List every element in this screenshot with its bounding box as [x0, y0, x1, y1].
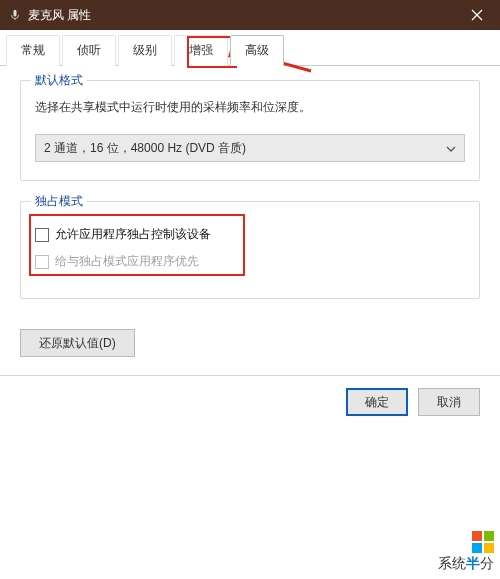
tab-levels[interactable]: 级别: [118, 35, 172, 66]
tab-advanced[interactable]: 高级: [230, 35, 284, 66]
tab-listen[interactable]: 侦听: [62, 35, 116, 66]
footer-separator: [0, 375, 500, 376]
dialog-footer: 确定 取消: [0, 388, 500, 416]
windows-logo-icon: [472, 531, 494, 553]
group-default-format: 默认格式 选择在共享模式中运行时使用的采样频率和位深度。 2 通道，16 位，4…: [20, 80, 480, 181]
group-legend: 独占模式: [31, 193, 87, 210]
tab-enhance[interactable]: 增强: [174, 35, 228, 66]
checkbox-label: 允许应用程序独占控制该设备: [55, 226, 211, 243]
chevron-down-icon: [446, 141, 456, 155]
tab-label: 增强: [189, 43, 213, 57]
watermark: 系统半分: [438, 531, 494, 573]
sample-rate-combo[interactable]: 2 通道，16 位，48000 Hz (DVD 音质): [35, 134, 465, 162]
checkbox-box: [35, 228, 49, 242]
watermark-text: 系统半分: [438, 555, 494, 573]
group-exclusive-mode: 独占模式 允许应用程序独占控制该设备 给与独占模式应用程序优先: [20, 201, 480, 299]
tab-label: 级别: [133, 43, 157, 57]
checkbox-allow-exclusive[interactable]: 允许应用程序独占控制该设备: [35, 226, 465, 243]
tab-panel-advanced: 默认格式 选择在共享模式中运行时使用的采样频率和位深度。 2 通道，16 位，4…: [0, 66, 500, 329]
watermark-c: 分: [480, 555, 494, 571]
window-title: 麦克风 属性: [28, 7, 492, 24]
tab-label: 侦听: [77, 43, 101, 57]
button-label: 还原默认值(D): [39, 335, 116, 352]
microphone-icon: [8, 8, 22, 22]
close-button[interactable]: [454, 0, 500, 30]
default-format-desc: 选择在共享模式中运行时使用的采样频率和位深度。: [35, 99, 465, 116]
cancel-button[interactable]: 取消: [418, 388, 480, 416]
restore-defaults-button[interactable]: 还原默认值(D): [20, 329, 135, 357]
watermark-a: 系统: [438, 555, 466, 571]
close-icon: [471, 9, 483, 21]
restore-defaults-wrap: 还原默认值(D): [0, 329, 500, 357]
ok-button[interactable]: 确定: [346, 388, 408, 416]
watermark-b: 半: [466, 555, 480, 571]
combo-value: 2 通道，16 位，48000 Hz (DVD 音质): [44, 140, 246, 157]
tab-strip: 常规 侦听 级别 增强 高级: [0, 30, 500, 66]
tab-label: 高级: [245, 43, 269, 57]
checkbox-box: [35, 255, 49, 269]
button-label: 确定: [365, 394, 389, 411]
checkbox-label: 给与独占模式应用程序优先: [55, 253, 199, 270]
checkbox-exclusive-priority: 给与独占模式应用程序优先: [35, 253, 465, 270]
tab-general[interactable]: 常规: [6, 35, 60, 66]
title-bar: 麦克风 属性: [0, 0, 500, 30]
group-legend: 默认格式: [31, 72, 87, 89]
button-label: 取消: [437, 394, 461, 411]
tab-label: 常规: [21, 43, 45, 57]
